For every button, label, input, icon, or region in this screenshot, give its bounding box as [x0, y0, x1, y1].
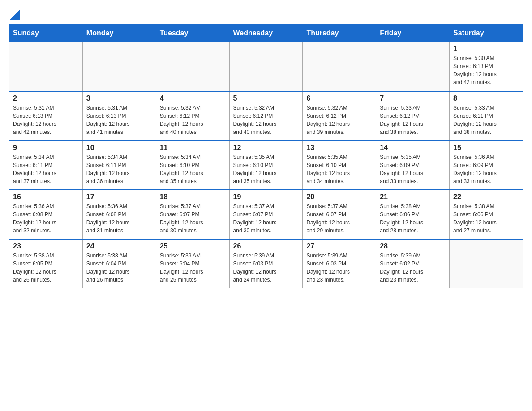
calendar-week-row: 23Sunrise: 5:38 AM Sunset: 6:05 PM Dayli… [9, 239, 523, 288]
table-row: 16Sunrise: 5:36 AM Sunset: 6:08 PM Dayli… [9, 190, 83, 239]
day-number: 20 [306, 193, 372, 201]
logo [9, 9, 20, 20]
table-row: 12Sunrise: 5:35 AM Sunset: 6:10 PM Dayli… [229, 141, 303, 190]
day-number: 14 [380, 144, 446, 152]
table-row [229, 42, 303, 91]
table-row: 23Sunrise: 5:38 AM Sunset: 6:05 PM Dayli… [9, 239, 83, 288]
day-info: Sunrise: 5:38 AM Sunset: 6:06 PM Dayligh… [380, 202, 446, 235]
day-info: Sunrise: 5:32 AM Sunset: 6:12 PM Dayligh… [233, 104, 299, 136]
day-info: Sunrise: 5:39 AM Sunset: 6:03 PM Dayligh… [306, 252, 372, 284]
table-row: 5Sunrise: 5:32 AM Sunset: 6:12 PM Daylig… [229, 91, 303, 141]
day-info: Sunrise: 5:31 AM Sunset: 6:13 PM Dayligh… [86, 104, 152, 136]
header-thursday: Thursday [303, 25, 376, 42]
day-info: Sunrise: 5:33 AM Sunset: 6:11 PM Dayligh… [453, 104, 519, 136]
table-row: 21Sunrise: 5:38 AM Sunset: 6:06 PM Dayli… [376, 190, 450, 239]
day-info: Sunrise: 5:38 AM Sunset: 6:04 PM Dayligh… [86, 252, 152, 284]
day-info: Sunrise: 5:30 AM Sunset: 6:13 PM Dayligh… [453, 54, 519, 86]
day-number: 8 [453, 94, 519, 103]
table-row: 11Sunrise: 5:34 AM Sunset: 6:10 PM Dayli… [156, 141, 229, 190]
day-info: Sunrise: 5:36 AM Sunset: 6:09 PM Dayligh… [453, 153, 519, 185]
day-info: Sunrise: 5:37 AM Sunset: 6:07 PM Dayligh… [160, 202, 226, 235]
day-number: 17 [86, 193, 152, 201]
day-number: 18 [160, 193, 226, 201]
day-info: Sunrise: 5:39 AM Sunset: 6:02 PM Dayligh… [380, 252, 446, 284]
day-number: 19 [233, 193, 299, 201]
day-info: Sunrise: 5:33 AM Sunset: 6:12 PM Dayligh… [380, 104, 446, 136]
day-number: 22 [453, 193, 519, 201]
table-row [303, 42, 376, 91]
header-tuesday: Tuesday [156, 25, 229, 42]
day-info: Sunrise: 5:32 AM Sunset: 6:12 PM Dayligh… [160, 104, 226, 136]
table-row: 6Sunrise: 5:32 AM Sunset: 6:12 PM Daylig… [303, 91, 376, 141]
day-number: 26 [233, 242, 299, 250]
day-info: Sunrise: 5:38 AM Sunset: 6:06 PM Dayligh… [453, 202, 519, 235]
table-row: 7Sunrise: 5:33 AM Sunset: 6:12 PM Daylig… [376, 91, 450, 141]
day-number: 21 [380, 193, 446, 201]
day-info: Sunrise: 5:35 AM Sunset: 6:09 PM Dayligh… [380, 153, 446, 185]
calendar-week-row: 16Sunrise: 5:36 AM Sunset: 6:08 PM Dayli… [9, 190, 523, 239]
header-monday: Monday [82, 25, 156, 42]
table-row: 9Sunrise: 5:34 AM Sunset: 6:11 PM Daylig… [9, 141, 83, 190]
day-number: 7 [380, 94, 446, 103]
table-row: 25Sunrise: 5:39 AM Sunset: 6:04 PM Dayli… [156, 239, 229, 288]
table-row [9, 42, 83, 91]
day-info: Sunrise: 5:37 AM Sunset: 6:07 PM Dayligh… [306, 202, 372, 235]
table-row [156, 42, 229, 91]
table-row: 26Sunrise: 5:39 AM Sunset: 6:03 PM Dayli… [229, 239, 303, 288]
table-row: 15Sunrise: 5:36 AM Sunset: 6:09 PM Dayli… [450, 141, 523, 190]
day-number: 4 [160, 94, 226, 103]
table-row [450, 239, 523, 288]
table-row: 13Sunrise: 5:35 AM Sunset: 6:10 PM Dayli… [303, 141, 376, 190]
day-info: Sunrise: 5:39 AM Sunset: 6:03 PM Dayligh… [233, 252, 299, 284]
day-number: 3 [86, 94, 152, 103]
table-row: 27Sunrise: 5:39 AM Sunset: 6:03 PM Dayli… [303, 239, 376, 288]
table-row: 22Sunrise: 5:38 AM Sunset: 6:06 PM Dayli… [450, 190, 523, 239]
table-row: 2Sunrise: 5:31 AM Sunset: 6:13 PM Daylig… [9, 91, 83, 141]
day-info: Sunrise: 5:31 AM Sunset: 6:13 PM Dayligh… [13, 104, 79, 136]
day-info: Sunrise: 5:34 AM Sunset: 6:10 PM Dayligh… [160, 153, 226, 185]
day-info: Sunrise: 5:32 AM Sunset: 6:12 PM Dayligh… [306, 104, 372, 136]
svg-marker-0 [10, 10, 20, 20]
day-number: 25 [160, 242, 226, 250]
day-info: Sunrise: 5:37 AM Sunset: 6:07 PM Dayligh… [233, 202, 299, 235]
day-info: Sunrise: 5:38 AM Sunset: 6:05 PM Dayligh… [13, 252, 79, 284]
table-row: 19Sunrise: 5:37 AM Sunset: 6:07 PM Dayli… [229, 190, 303, 239]
header-sunday: Sunday [9, 25, 83, 42]
day-info: Sunrise: 5:39 AM Sunset: 6:04 PM Dayligh… [160, 252, 226, 284]
day-info: Sunrise: 5:34 AM Sunset: 6:11 PM Dayligh… [13, 153, 79, 185]
header-friday: Friday [376, 25, 450, 42]
day-number: 13 [306, 144, 372, 152]
table-row: 17Sunrise: 5:36 AM Sunset: 6:08 PM Dayli… [82, 190, 156, 239]
table-row [376, 42, 450, 91]
day-info: Sunrise: 5:35 AM Sunset: 6:10 PM Dayligh… [233, 153, 299, 185]
calendar-week-row: 9Sunrise: 5:34 AM Sunset: 6:11 PM Daylig… [9, 141, 523, 190]
logo-triangle-icon [10, 10, 20, 20]
day-number: 5 [233, 94, 299, 103]
table-row [82, 42, 156, 91]
table-row: 14Sunrise: 5:35 AM Sunset: 6:09 PM Dayli… [376, 141, 450, 190]
day-info: Sunrise: 5:36 AM Sunset: 6:08 PM Dayligh… [86, 202, 152, 235]
day-info: Sunrise: 5:35 AM Sunset: 6:10 PM Dayligh… [306, 153, 372, 185]
table-row: 10Sunrise: 5:34 AM Sunset: 6:11 PM Dayli… [82, 141, 156, 190]
table-row: 24Sunrise: 5:38 AM Sunset: 6:04 PM Dayli… [82, 239, 156, 288]
table-row: 28Sunrise: 5:39 AM Sunset: 6:02 PM Dayli… [376, 239, 450, 288]
table-row: 4Sunrise: 5:32 AM Sunset: 6:12 PM Daylig… [156, 91, 229, 141]
day-info: Sunrise: 5:34 AM Sunset: 6:11 PM Dayligh… [86, 153, 152, 185]
day-number: 6 [306, 94, 372, 103]
calendar-week-row: 1Sunrise: 5:30 AM Sunset: 6:13 PM Daylig… [9, 42, 523, 91]
day-number: 9 [13, 144, 79, 152]
day-number: 12 [233, 144, 299, 152]
day-number: 11 [160, 144, 226, 152]
day-info: Sunrise: 5:36 AM Sunset: 6:08 PM Dayligh… [13, 202, 79, 235]
calendar-week-row: 2Sunrise: 5:31 AM Sunset: 6:13 PM Daylig… [9, 91, 523, 141]
day-number: 24 [86, 242, 152, 250]
header-wednesday: Wednesday [229, 25, 303, 42]
table-row: 18Sunrise: 5:37 AM Sunset: 6:07 PM Dayli… [156, 190, 229, 239]
day-number: 1 [453, 45, 519, 53]
calendar-header-row: Sunday Monday Tuesday Wednesday Thursday… [9, 25, 523, 42]
header-saturday: Saturday [450, 25, 523, 42]
day-number: 28 [380, 242, 446, 250]
day-number: 23 [13, 242, 79, 250]
day-number: 2 [13, 94, 79, 103]
day-number: 15 [453, 144, 519, 152]
